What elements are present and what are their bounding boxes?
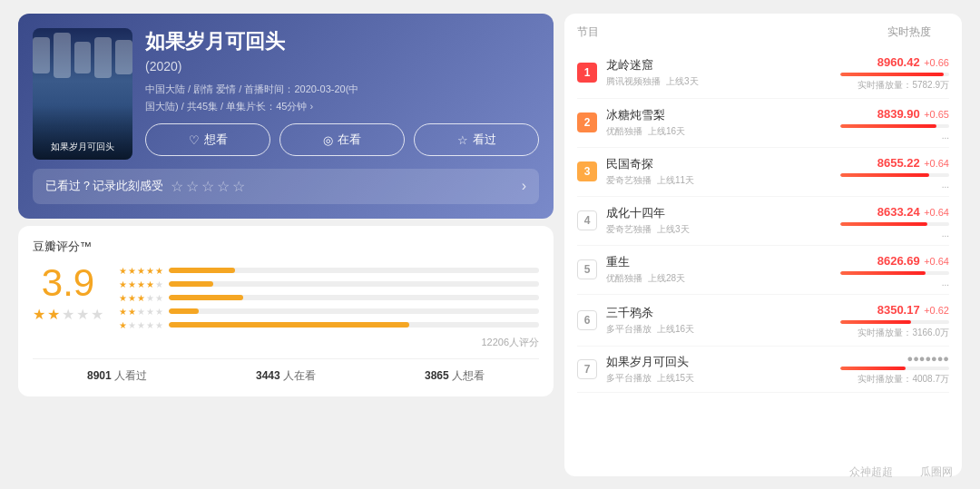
rank-info-1: 龙岭迷窟 腾讯视频独播 上线3天 [606, 57, 795, 88]
platform-4: 爱奇艺独播 [606, 223, 652, 236]
days-2: 上线16天 [648, 125, 685, 138]
rank-name-4: 成化十四年 [606, 205, 795, 221]
heat-extra-2: ... [942, 131, 949, 141]
days-4: 上线3天 [657, 223, 690, 236]
rank-num-7: 7 [577, 359, 597, 379]
star-empty-4: ★ [76, 306, 89, 323]
watch-record-bar[interactable]: 已看过？记录此刻感受 ☆ ☆ ☆ ☆ ☆ › [33, 169, 539, 204]
heat-change-3: +0.64 [924, 158, 949, 169]
rank-sub-1: 腾讯视频独播 上线3天 [606, 75, 795, 88]
heat-change-2: +0.65 [924, 109, 949, 120]
douban-title: 豆瓣评分™ [33, 239, 92, 255]
heart-icon: ♡ [189, 133, 200, 147]
movie-year: (2020) [145, 59, 539, 73]
rank-info-3: 民国奇探 爱奇艺独播 上线11天 [606, 156, 795, 187]
heat-extra-4: ... [942, 229, 949, 239]
rank-sub-6: 多平台播放 上线16天 [606, 323, 795, 336]
heat-bar-7 [840, 367, 949, 370]
heat-change-1: +0.66 [924, 57, 949, 68]
rating-count: 12206人评分 [118, 336, 539, 349]
rank-info-7: 如果岁月可回头 多平台播放 上线15天 [606, 354, 795, 385]
rank-num-1: 1 [577, 63, 597, 83]
heat-score-1: 8960.42 [877, 55, 920, 69]
douban-chevron-icon[interactable]: › [534, 239, 539, 255]
douban-score-section: 3.9 ★ ★ ★ ★ ★ [33, 264, 103, 323]
rank-sub-4: 爱奇艺独播 上线3天 [606, 223, 795, 236]
heat-score-2: 8839.90 [877, 107, 920, 121]
rank-sub-3: 爱奇艺独播 上线11天 [606, 174, 795, 187]
platform-5: 优酷独播 [606, 272, 642, 285]
watching-button[interactable]: ◎ 在看 [279, 123, 405, 156]
rating-stars: ☆ ☆ ☆ ☆ ☆ [171, 178, 245, 195]
rank-num-6: 6 [577, 310, 597, 330]
poster-title-text: 如果岁月可回头 [36, 141, 129, 152]
heat-change-5: +0.64 [924, 256, 949, 267]
rank-name-7: 如果岁月可回头 [606, 354, 795, 370]
days-6: 上线16天 [657, 323, 694, 336]
rank-name-5: 重生 [606, 254, 795, 270]
rank-heat-6: 8350.17 +0.62 实时播放量：3166.0万 [804, 301, 949, 339]
rank-item: 5 重生 优酷独播 上线28天 8626.69 +0.64 [577, 246, 949, 295]
days-1: 上线3天 [666, 75, 699, 88]
platform-6: 多平台播放 [606, 323, 652, 336]
bar-row-1: ★★★★★ [118, 320, 539, 330]
days-5: 上线28天 [648, 272, 685, 285]
stat-watched-num: 8901 [87, 369, 112, 382]
movie-card: 如果岁月可回头 如果岁月可回头 (2020) 中国大陆 / 剧情 爱情 / 首播… [18, 14, 554, 219]
rank-item: 1 龙岭迷窟 腾讯视频独播 上线3天 8960.42 +0.66 [577, 47, 949, 99]
star-icon: ☆ [457, 133, 468, 147]
rank-num-3: 3 [577, 161, 597, 181]
douban-footer: 8901 人看过 3443 人在看 3865 人想看 [33, 358, 539, 384]
rank-heat-4: 8633.24 +0.64 ... [804, 203, 949, 239]
stat-want-label: 人想看 [452, 369, 485, 382]
movie-top: 如果岁月可回头 如果岁月可回头 (2020) 中国大陆 / 剧情 爱情 / 首播… [33, 28, 539, 160]
heat-bar-6 [840, 320, 949, 324]
stat-watching: 3443 人在看 [256, 368, 316, 384]
rank-item: 2 冰糖炖雪梨 优酷独播 上线16天 8839.90 +0.65 [577, 99, 949, 148]
douban-stars: ★ ★ ★ ★ ★ [33, 306, 103, 323]
watch-record-left: 已看过？记录此刻感受 ☆ ☆ ☆ ☆ ☆ [45, 178, 245, 195]
rank-item: 4 成化十四年 爱奇艺独播 上线3天 8633.24 +0.64 [577, 197, 949, 246]
rank-num-2: 2 [577, 112, 597, 132]
heat-extra-6: 实时播放量：3166.0万 [858, 327, 949, 339]
star-filled-2: ★ [47, 306, 60, 323]
heat-bar-5 [840, 271, 949, 275]
rank-name-2: 冰糖炖雪梨 [606, 107, 795, 123]
action-buttons: ♡ 想看 ◎ 在看 ☆ 看过 [145, 123, 539, 156]
heat-score-3: 8655.22 [877, 156, 920, 170]
heat-bar-3 [840, 173, 949, 177]
heat-bar-2 [840, 124, 949, 128]
meta-line2: 国大陆) / 共45集 / 单集片长：45分钟 › [145, 98, 539, 116]
movie-poster: 如果岁月可回头 [33, 28, 132, 160]
watched-button[interactable]: ☆ 看过 [414, 123, 539, 156]
heat-change-6: +0.62 [924, 305, 949, 316]
heat-score-7: ●●●●●●● [906, 353, 949, 364]
rank-name-6: 三千鸦杀 [606, 305, 795, 321]
platform-1: 腾讯视频独播 [606, 75, 661, 88]
rank-info-5: 重生 优酷独播 上线28天 [606, 254, 795, 285]
star-empty-3: ★ [62, 306, 74, 323]
platform-7: 多平台播放 [606, 372, 652, 385]
heat-score-5: 8626.69 [877, 254, 920, 268]
star-1: ☆ [171, 178, 183, 195]
left-panel: 如果岁月可回头 如果岁月可回头 (2020) 中国大陆 / 剧情 爱情 / 首播… [18, 14, 554, 476]
rank-sub-2: 优酷独播 上线16天 [606, 125, 795, 138]
heat-extra-1: 实时播放量：5782.9万 [858, 79, 949, 92]
douban-card: 豆瓣评分™ › 3.9 ★ ★ ★ ★ ★ [18, 226, 554, 396]
want-to-watch-button[interactable]: ♡ 想看 [145, 123, 270, 156]
douban-header: 豆瓣评分™ › [33, 239, 539, 255]
star-filled-1: ★ [33, 306, 45, 323]
meta-line1: 中国大陆 / 剧情 爱情 / 首播时间：2020-03-20(中 [145, 81, 539, 99]
rank-sub-7: 多平台播放 上线15天 [606, 372, 795, 385]
platform-3: 爱奇艺独播 [606, 174, 652, 187]
stat-watched: 8901 人看过 [87, 368, 147, 384]
chevron-right-icon: › [522, 178, 526, 194]
rank-item: 7 如果岁月可回头 多平台播放 上线15天 ●●●●●●● 实时播放量：40 [577, 347, 949, 393]
col-heat-label: 实时热度 [887, 24, 931, 40]
heat-change-4: +0.64 [924, 207, 949, 218]
heat-score-6: 8350.17 [877, 303, 920, 317]
star-4: ☆ [217, 178, 230, 195]
heat-bar-4 [840, 222, 949, 226]
heat-score-4: 8633.24 [877, 205, 920, 219]
watermark-right: 瓜圈网 [920, 465, 953, 480]
